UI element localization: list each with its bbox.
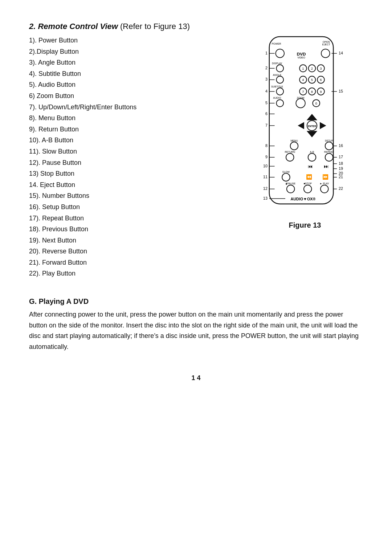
svg-point-17 — [276, 76, 283, 83]
button-list-item: 12). Pause Button — [29, 157, 240, 168]
svg-text:1: 1 — [302, 67, 304, 70]
svg-text:13: 13 — [263, 196, 268, 200]
svg-text:15: 15 — [339, 89, 343, 93]
svg-text:4: 4 — [265, 89, 268, 93]
svg-text:17: 17 — [339, 155, 343, 159]
svg-point-35 — [296, 98, 305, 107]
svg-text:8: 8 — [311, 90, 313, 94]
button-list-item: 3). Angle Button — [29, 57, 240, 68]
figure-label: Figure 13 — [247, 221, 363, 229]
svg-text:MENU: MENU — [290, 139, 298, 142]
svg-text:18: 18 — [339, 161, 343, 166]
svg-text:5: 5 — [311, 78, 313, 82]
section-g-body: After connecting power to the unit, pres… — [29, 309, 363, 353]
svg-text:16: 16 — [339, 143, 343, 148]
svg-point-64 — [304, 185, 312, 193]
svg-point-65 — [320, 185, 328, 193]
svg-point-7 — [321, 49, 330, 58]
svg-text:VIDEO: VIDEO — [297, 56, 305, 59]
svg-text:19: 19 — [339, 166, 343, 171]
button-list-item: 2).Display Button — [29, 46, 240, 57]
svg-marker-39 — [298, 122, 304, 129]
svg-text:5: 5 — [265, 101, 268, 105]
section-2-title: 2. Remote Control View (Refer to Figure … — [29, 22, 363, 31]
button-list-item: 7). Up/Down/Left/Right/Enter Buttons — [29, 102, 240, 113]
svg-text:⏭: ⏭ — [324, 164, 329, 169]
svg-text:► PLAY: ► PLAY — [320, 182, 329, 185]
svg-text:ENTER: ENTER — [308, 125, 316, 127]
svg-text:14: 14 — [339, 51, 343, 55]
button-list-item: 15). Number Buttons — [29, 190, 240, 201]
svg-text:ANGLE: ANGLE — [273, 74, 282, 76]
svg-text:RETURN: RETURN — [285, 151, 295, 153]
svg-text:8: 8 — [265, 143, 268, 148]
button-list-item: 18). Previous Button — [29, 224, 240, 235]
svg-point-51 — [286, 153, 294, 161]
section-g: G. Playing A DVD After connecting power … — [29, 297, 363, 353]
svg-text:9: 9 — [265, 155, 268, 159]
svg-text:POWER: POWER — [272, 42, 281, 45]
svg-text:REPEAT: REPEAT — [324, 151, 334, 153]
button-list-item: 21). Forward Button — [29, 257, 240, 268]
svg-text:10: 10 — [263, 164, 268, 168]
section-2-heading: 2. Remote Control View (Refer to Figure … — [29, 22, 190, 31]
svg-text:11: 11 — [263, 175, 268, 179]
svg-point-57 — [282, 173, 290, 181]
svg-text:▮PAUSE: ▮PAUSE — [286, 182, 295, 185]
button-list-item: 20). Reverse Button — [29, 246, 240, 257]
svg-marker-42 — [320, 122, 326, 129]
section-g-title: G. Playing A DVD — [29, 297, 363, 306]
svg-text:7: 7 — [302, 90, 304, 94]
svg-text:■STOP: ■STOP — [303, 182, 312, 185]
svg-text:⏩: ⏩ — [322, 174, 329, 180]
svg-point-9 — [276, 65, 283, 72]
svg-text:⏮: ⏮ — [308, 164, 313, 169]
svg-text:2: 2 — [265, 66, 268, 70]
svg-text:21: 21 — [339, 175, 343, 179]
button-list: 1). Power Button2).Display Button3). Ang… — [29, 35, 240, 279]
button-list-item: 13) Stop Button — [29, 168, 240, 179]
svg-text:6: 6 — [320, 78, 322, 82]
svg-text:9: 9 — [320, 90, 322, 94]
svg-marker-43 — [307, 131, 317, 138]
svg-point-52 — [308, 153, 316, 161]
button-list-item: 5). Audio Button — [29, 79, 240, 90]
svg-text:AUDIO▼OX®: AUDIO▼OX® — [291, 197, 316, 201]
svg-text:0: 0 — [315, 102, 317, 105]
button-list-item: 8). Menu Button — [29, 113, 240, 124]
button-list-item: 17). Repeat Button — [29, 213, 240, 224]
button-list-item: 1). Power Button — [29, 35, 240, 46]
svg-text:7: 7 — [265, 123, 268, 127]
page-number: 1 4 — [29, 374, 363, 382]
svg-text:DISPLAY: DISPLAY — [272, 62, 282, 65]
svg-point-46 — [290, 142, 298, 150]
svg-marker-38 — [307, 114, 317, 121]
svg-text:3: 3 — [320, 67, 322, 70]
svg-point-25 — [276, 88, 283, 95]
button-list-item: 22). Play Button — [29, 268, 240, 279]
button-list-item: 11). Slow Button — [29, 146, 240, 157]
svg-text:12: 12 — [263, 186, 268, 191]
svg-text:OPEN: OPEN — [323, 41, 330, 43]
svg-text:4: 4 — [302, 78, 304, 82]
svg-point-34 — [276, 99, 283, 107]
svg-text:2: 2 — [311, 67, 313, 70]
svg-text:22: 22 — [339, 186, 343, 191]
button-list-item: 16). Setup Button — [29, 201, 240, 213]
svg-text:SLOW: SLOW — [282, 171, 290, 173]
svg-text:AUDIO: AUDIO — [273, 97, 281, 99]
button-list-item: 19). Next Button — [29, 235, 240, 246]
svg-text:1: 1 — [265, 51, 268, 55]
button-list-item: 4). Subtitle Button — [29, 68, 240, 80]
button-list-item: 14. Eject Button — [29, 179, 240, 191]
svg-text:3: 3 — [265, 77, 268, 81]
svg-point-53 — [325, 153, 333, 161]
remote-diagram: POWER OPEN EJECT DVD VIDEO DISPLAY 1 2 3… — [247, 35, 359, 216]
button-list-item: 9). Return Button — [29, 124, 240, 135]
svg-text:SETUP: SETUP — [325, 139, 333, 142]
button-list-item: 10). A-B Button — [29, 135, 240, 146]
svg-text:SUBTITLE: SUBTITLE — [271, 85, 283, 88]
svg-point-4 — [276, 49, 285, 58]
remote-diagram-container: POWER OPEN EJECT DVD VIDEO DISPLAY 1 2 3… — [247, 35, 363, 279]
svg-text:EJECT: EJECT — [322, 43, 331, 46]
